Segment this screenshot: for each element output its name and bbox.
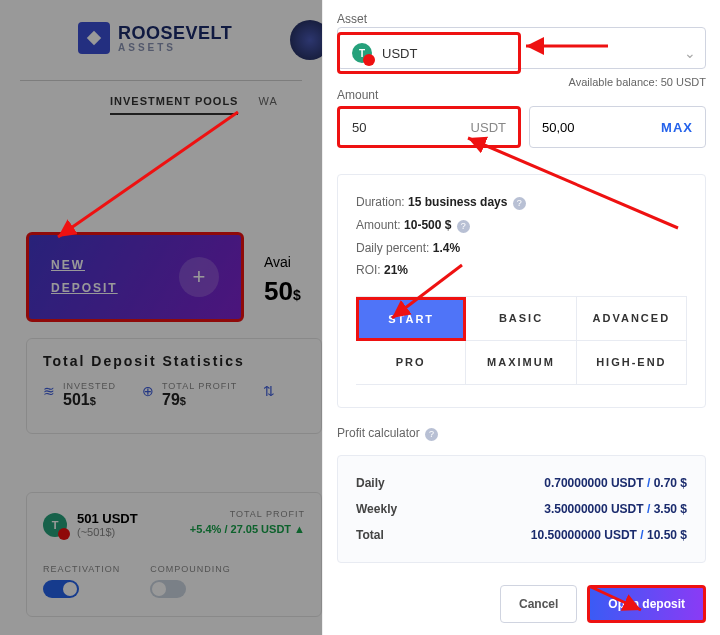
invested-icon: ≋ xyxy=(43,383,55,399)
arrows-icon: ⇅ xyxy=(263,383,275,399)
plan-info-box: Duration: 15 business days ? Amount: 10-… xyxy=(337,174,706,408)
help-icon[interactable]: ? xyxy=(457,220,470,233)
calc-label: Profit calculator xyxy=(337,426,420,440)
compounding-label: COMPOUNDING xyxy=(150,564,231,574)
asset-select[interactable]: T USDT xyxy=(337,32,521,74)
available-balance: Available balance: 50 USDT xyxy=(569,76,706,88)
profit-icon: ⊕ xyxy=(142,383,154,399)
profit-calculator: Daily0.70000000 USDT / 0.70 $ Weekly3.50… xyxy=(337,455,706,563)
brand-name: ROOSEVELT xyxy=(118,24,232,42)
cancel-button[interactable]: Cancel xyxy=(500,585,577,623)
deposit-amount: 501 USDT xyxy=(77,511,138,526)
reactivation-label: REACTIVATION xyxy=(43,564,120,574)
tab-investment-pools[interactable]: INVESTMENT POOLS xyxy=(110,95,238,115)
usdt-icon: T xyxy=(43,513,67,537)
stats-box: Total Deposit Statistics ≋ INVESTED 501$… xyxy=(26,338,322,434)
available-label: Avai xyxy=(264,254,301,270)
amount-label: Amount xyxy=(337,88,378,102)
deposit-panel: Asset T USDT ⌄ Amount Available balance:… xyxy=(322,0,720,635)
asset-label: Asset xyxy=(337,12,706,26)
help-icon[interactable]: ? xyxy=(425,428,438,441)
card-profit-value: +5.4% / 27.05 USDT ▲ xyxy=(190,523,305,535)
open-deposit-button[interactable]: Open deposit xyxy=(587,585,706,623)
plan-basic[interactable]: BASIC xyxy=(466,297,576,341)
plus-icon: + xyxy=(179,257,219,297)
logo-mark-icon xyxy=(78,22,110,54)
plan-start[interactable]: START xyxy=(356,297,466,341)
asset-value: USDT xyxy=(382,46,417,61)
plan-pro[interactable]: PRO xyxy=(356,341,466,385)
plan-maximum[interactable]: MAXIMUM xyxy=(466,341,576,385)
compounding-toggle[interactable] xyxy=(150,580,186,598)
deposit-card[interactable]: T 501 USDT (~501$) TOTAL PROFIT +5.4% / … xyxy=(26,492,322,617)
card-profit-label: TOTAL PROFIT xyxy=(190,509,305,519)
amount-display: 50,00 MAX xyxy=(529,106,706,148)
brand-sub: ASSETS xyxy=(118,42,232,53)
deposit-usd: (~501$) xyxy=(77,526,138,538)
plan-advanced[interactable]: ADVANCED xyxy=(577,297,687,341)
amount-input[interactable]: 50 USDT xyxy=(337,106,521,148)
brand-logo: ROOSEVELT ASSETS xyxy=(0,0,322,54)
chevron-down-icon: ⌄ xyxy=(684,45,696,61)
tab-wallet[interactable]: WA xyxy=(258,95,277,115)
available-value: 50 xyxy=(264,276,293,306)
profit-label: TOTAL PROFIT xyxy=(162,381,237,391)
invested-label: INVESTED xyxy=(63,381,116,391)
usdt-icon: T xyxy=(352,43,372,63)
max-button[interactable]: MAX xyxy=(661,120,693,135)
help-icon[interactable]: ? xyxy=(513,197,526,210)
plan-highend[interactable]: HIGH-END xyxy=(577,341,687,385)
new-deposit-line1: NEW xyxy=(51,258,85,272)
reactivation-toggle[interactable] xyxy=(43,580,79,598)
new-deposit-button[interactable]: NEW DEPOSIT + xyxy=(26,232,244,322)
nav-tabs: INVESTMENT POOLS WA xyxy=(0,81,322,125)
new-deposit-line2: DEPOSIT xyxy=(51,281,118,295)
stats-title: Total Deposit Statistics xyxy=(43,353,305,369)
